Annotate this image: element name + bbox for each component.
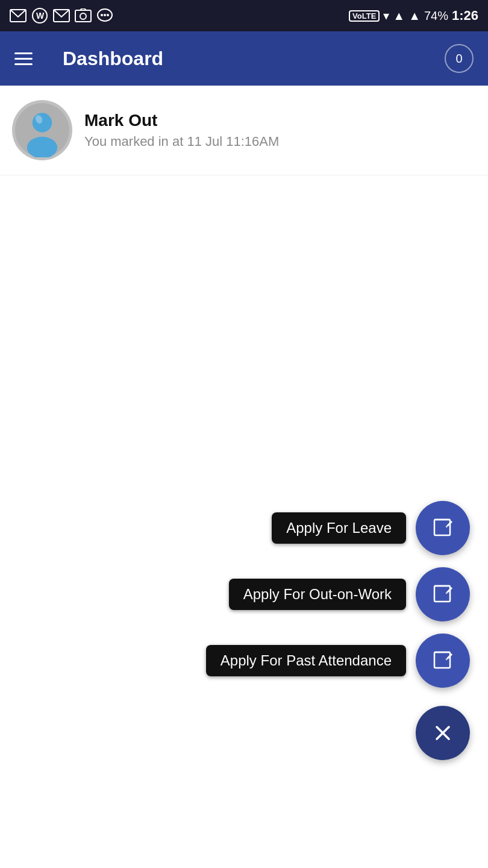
svg-rect-20 <box>434 652 450 668</box>
app-bar: Dashboard 0 <box>0 31 488 86</box>
battery-text: 74% <box>424 9 448 23</box>
svg-rect-17 <box>434 586 450 602</box>
svg-point-8 <box>104 14 106 16</box>
svg-point-9 <box>107 14 109 16</box>
apply-leave-button[interactable] <box>416 501 470 555</box>
svg-line-16 <box>446 526 447 527</box>
apply-leave-label: Apply For Leave <box>272 512 406 544</box>
fab-row-out-on-work: Apply For Out-on-Work <box>229 567 470 621</box>
svg-point-7 <box>101 14 103 16</box>
mail2-icon <box>53 7 70 24</box>
hamburger-line-2 <box>14 58 33 60</box>
close-icon <box>432 722 454 744</box>
hamburger-line-3 <box>14 63 33 65</box>
edit-icon-leave <box>430 515 456 541</box>
wifi-icon: ▾ <box>383 8 389 23</box>
photo-icon <box>75 7 92 24</box>
status-icons: W <box>10 7 113 24</box>
apply-out-on-work-button[interactable] <box>416 567 470 621</box>
main-content: Apply For Leave Apply For Out-on-Work <box>0 175 488 778</box>
svg-point-5 <box>80 13 86 19</box>
profile-status: You marked in at 11 Jul 11:16AM <box>84 134 279 149</box>
svg-rect-4 <box>75 10 91 22</box>
avatar <box>12 100 72 160</box>
signal-icon: ▲ <box>393 9 405 23</box>
svg-line-22 <box>446 659 447 660</box>
mail-icon <box>10 7 27 24</box>
app-bar-title: Dashboard <box>63 48 163 70</box>
notification-count: 0 <box>455 52 462 66</box>
avatar-image <box>15 103 69 157</box>
status-right: VoLTE ▾ ▲ ▲ 74% 1:26 <box>349 8 478 24</box>
svg-rect-14 <box>434 520 450 535</box>
menu-button[interactable] <box>14 46 39 71</box>
profile-name: Mark Out <box>84 111 279 130</box>
apply-past-attendance-button[interactable] <box>416 634 470 688</box>
profile-section: Mark Out You marked in at 11 Jul 11:16AM <box>0 86 488 175</box>
whatsapp-icon: W <box>31 7 48 24</box>
volte-badge: VoLTE <box>349 10 380 22</box>
apply-out-on-work-label: Apply For Out-on-Work <box>229 579 406 610</box>
hamburger-line-1 <box>14 52 33 54</box>
fab-close-button[interactable] <box>416 706 470 760</box>
time-display: 1:26 <box>452 8 478 24</box>
edit-icon-past-attendance <box>430 647 456 674</box>
fab-close-row <box>206 700 470 760</box>
fab-row-past-attendance: Apply For Past Attendance <box>206 634 470 688</box>
edit-icon-out-on-work <box>430 581 456 608</box>
chat-icon <box>96 7 113 24</box>
fab-container: Apply For Leave Apply For Out-on-Work <box>206 501 470 760</box>
svg-point-11 <box>33 113 52 132</box>
apply-past-attendance-label: Apply For Past Attendance <box>206 645 406 676</box>
svg-text:W: W <box>36 11 45 20</box>
status-bar: W VoLTE <box>0 0 488 31</box>
profile-info: Mark Out You marked in at 11 Jul 11:16AM <box>84 111 279 149</box>
fab-row-leave: Apply For Leave <box>272 501 470 555</box>
svg-line-19 <box>446 593 447 594</box>
signal2-icon: ▲ <box>408 9 421 23</box>
notification-badge[interactable]: 0 <box>445 44 474 73</box>
